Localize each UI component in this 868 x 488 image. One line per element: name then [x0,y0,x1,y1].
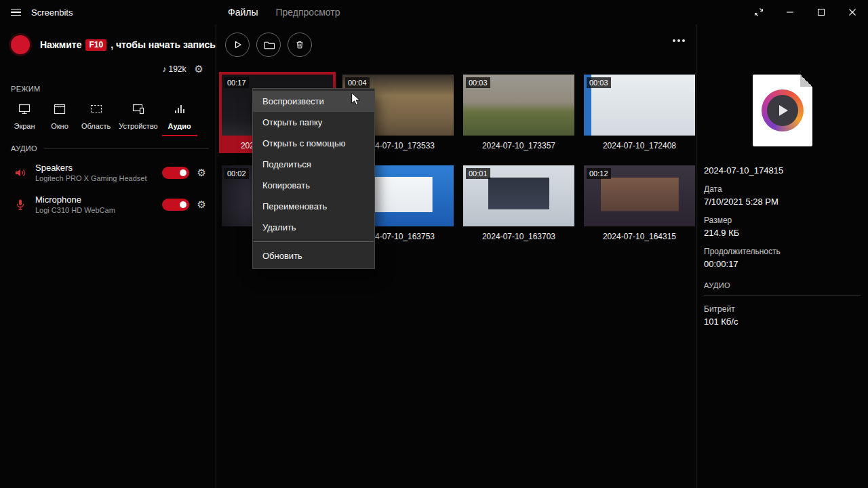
device-name: Speakers [35,163,154,173]
menu-item[interactable]: Открыть с помощью [253,133,374,154]
file-thumbnail: 00:03 [463,75,574,136]
file-tile[interactable]: 00:032024-07-10_172408 [581,72,698,153]
mode-label: Область [81,122,111,130]
device-detail: Logitech PRO X Gaming Headset [35,174,154,182]
close-icon[interactable] [837,0,868,24]
titlebar: Screenbits Файлы Предпросмотр [0,0,868,24]
app-window: Screenbits Файлы Предпросмотр [0,0,868,488]
record-hint: Нажмите F10 , чтобы начать запись [40,39,216,51]
detail-field: Дата7/10/2021 5:28 PM [704,184,861,207]
record-row: Нажмите F10 , чтобы начать запись [0,24,216,57]
menu-item[interactable]: Открыть папку [253,112,374,133]
device-detail: Logi C310 HD WebCam [35,206,154,214]
record-button[interactable] [11,35,30,54]
hamburger-menu-icon[interactable] [0,0,31,24]
file-thumbnail: 00:03 [584,75,695,136]
mode-label: Экран [14,122,35,130]
file-tile[interactable]: 00:012024-07-10_163703 [460,163,577,244]
record-hint-post: , чтобы начать запись [111,39,216,50]
main-layout: Нажмите F10 , чтобы начать запись ♪ 192k… [0,24,868,488]
tab-bar: Файлы Предпросмотр [228,0,340,24]
mode-label: Окно [51,122,68,130]
mode-list: ЭкранОкноОбластьУстройствоАудио [0,97,216,136]
app-title: Screenbits [31,7,73,18]
mode-audio[interactable]: Аудио [162,98,197,136]
gear-icon[interactable]: ⚙ [197,167,206,178]
detail-value: 101 Кб/с [704,317,861,327]
content-toolbar [216,24,696,57]
detail-value: 214.9 КБ [704,228,861,238]
menu-item[interactable]: Копировать [253,175,374,196]
tab-files[interactable]: Файлы [228,7,258,18]
bitrate-row: ♪ 192k ⚙ [0,57,216,77]
detail-field: Битрейт101 Кб/с [704,304,861,327]
minimize-icon[interactable] [774,0,806,24]
device-row: SpeakersLogitech PRO X Gaming Headset⚙ [0,157,216,188]
device-name: Microphone [35,195,154,205]
open-folder-button[interactable] [256,33,281,57]
record-hint-pre: Нажмите [40,39,81,50]
file-caption: 2024-07-10_173357 [463,141,574,150]
menu-item[interactable]: Обновить [253,245,374,266]
content-area: 00:172024-07-10_17481500:042024-07-10_17… [216,24,696,488]
file-thumbnail: 00:12 [584,165,695,226]
tab-preview[interactable]: Предпросмотр [275,7,340,18]
duration-badge: 00:02 [224,168,249,179]
compact-mode-icon[interactable] [743,0,774,24]
detail-field: Продолжительность00:00:17 [704,247,861,269]
delete-button[interactable] [288,33,312,57]
mode-region[interactable]: Область [77,98,115,136]
menu-item[interactable]: Удалить [253,217,374,238]
menu-item[interactable]: Переименовать [253,196,374,217]
section-label-mode: РЕЖИМ [0,77,216,97]
more-options-icon[interactable] [673,39,685,42]
audio-icon [173,102,186,119]
detail-field: Размер214.9 КБ [704,216,861,238]
detail-value: 00:00:17 [704,259,861,269]
detail-fields: Дата7/10/2021 5:28 PMРазмер214.9 КБПродо… [704,184,861,269]
file-tile[interactable]: 00:122024-07-10_164315 [581,163,698,244]
file-caption: 2024-07-10_172408 [584,141,695,150]
window-icon [53,102,66,119]
duration-badge: 00:01 [466,168,490,179]
section-label-audio: АУДИО [0,136,216,157]
detail-label: Битрейт [704,304,861,314]
duration-badge: 00:12 [587,168,611,179]
maximize-icon[interactable] [806,0,837,24]
screen-icon [18,102,31,119]
mode-window[interactable]: Окно [42,98,77,136]
device-icon [132,102,145,119]
page-fold [800,75,812,87]
detail-section-audio: АУДИО [704,281,861,289]
detail-value: 7/10/2021 5:28 PM [704,197,861,207]
device-toggle[interactable] [162,199,189,211]
details-panel: 2024-07-10_174815 Дата7/10/2021 5:28 PMР… [696,24,868,488]
microphone-icon [14,198,27,211]
menu-item[interactable]: Поделиться [253,154,374,175]
gear-icon[interactable]: ⚙ [195,64,203,74]
detail-filename: 2024-07-10_174815 [704,165,861,176]
detail-label: Дата [704,184,861,194]
file-preview-icon [753,75,812,146]
duration-badge: 00:03 [466,77,490,88]
mode-screen[interactable]: Экран [7,98,42,136]
menu-separator [254,241,374,242]
device-toggle[interactable] [162,167,189,179]
speaker-icon [14,166,27,180]
mode-device[interactable]: Устройство [115,98,162,136]
detail-label: Размер [704,216,861,225]
file-caption: 2024-07-10_163703 [463,232,574,241]
sidebar: Нажмите F10 , чтобы начать запись ♪ 192k… [0,24,216,488]
record-hotkey-badge: F10 [85,39,106,51]
region-icon [90,102,103,119]
duration-badge: 00:17 [224,77,249,88]
detail-audio-fields: Битрейт101 Кб/с [704,304,861,327]
play-button[interactable] [225,33,250,57]
gear-icon[interactable]: ⚙ [197,199,206,209]
file-tile[interactable]: 00:032024-07-10_173357 [460,72,577,153]
mode-label: Аудио [168,122,191,130]
file-thumbnail: 00:01 [463,165,574,226]
duration-badge: 00:04 [345,77,370,88]
menu-item[interactable]: Воспроизвести [253,91,374,112]
file-caption: 2024-07-10_164315 [584,232,695,241]
